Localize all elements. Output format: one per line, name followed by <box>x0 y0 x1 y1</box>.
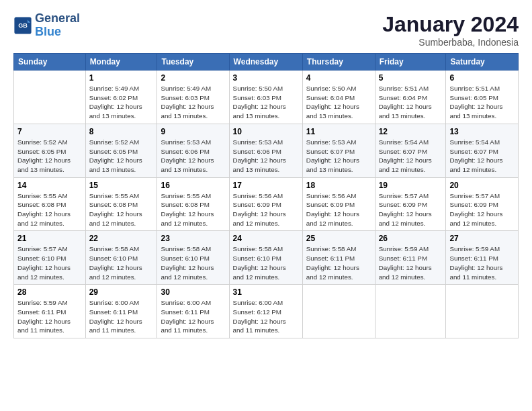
day-number: 18 <box>306 181 371 190</box>
header: GB General Blue January 2024 Sumberbaba,… <box>13 12 519 48</box>
day-number: 10 <box>233 127 299 136</box>
day-number: 26 <box>379 234 443 243</box>
calendar-cell <box>302 285 375 338</box>
month-title: January 2024 <box>382 12 519 37</box>
calendar-cell: 9Sunrise: 5:53 AM Sunset: 6:06 PM Daylig… <box>157 124 229 177</box>
day-number: 11 <box>306 127 371 136</box>
calendar-cell <box>446 285 519 338</box>
day-number: 3 <box>233 73 299 83</box>
svg-text:GB: GB <box>18 22 28 29</box>
day-header-friday: Friday <box>375 54 446 71</box>
calendar-cell: 24Sunrise: 5:58 AM Sunset: 6:10 PM Dayli… <box>229 231 302 285</box>
day-info: Sunrise: 5:55 AM Sunset: 6:08 PM Dayligh… <box>161 191 225 228</box>
day-number: 22 <box>89 234 154 243</box>
day-header-thursday: Thursday <box>302 54 375 71</box>
calendar-cell: 11Sunrise: 5:53 AM Sunset: 6:07 PM Dayli… <box>302 124 375 177</box>
day-info: Sunrise: 6:00 AM Sunset: 6:11 PM Dayligh… <box>161 298 225 335</box>
calendar-week-3: 14Sunrise: 5:55 AM Sunset: 6:08 PM Dayli… <box>14 177 519 231</box>
day-info: Sunrise: 5:57 AM Sunset: 6:09 PM Dayligh… <box>379 191 443 228</box>
calendar-cell: 7Sunrise: 5:52 AM Sunset: 6:05 PM Daylig… <box>14 124 86 177</box>
day-info: Sunrise: 5:58 AM Sunset: 6:11 PM Dayligh… <box>306 244 371 281</box>
day-number: 4 <box>306 73 371 83</box>
day-number: 20 <box>449 181 515 190</box>
day-header-monday: Monday <box>85 54 157 71</box>
calendar-cell: 26Sunrise: 5:59 AM Sunset: 6:11 PM Dayli… <box>375 231 446 285</box>
day-number: 6 <box>449 73 515 83</box>
day-number: 23 <box>161 234 225 243</box>
calendar-week-2: 7Sunrise: 5:52 AM Sunset: 6:05 PM Daylig… <box>14 124 519 177</box>
calendar-cell: 2Sunrise: 5:49 AM Sunset: 6:03 PM Daylig… <box>157 71 229 124</box>
calendar-week-4: 21Sunrise: 5:57 AM Sunset: 6:10 PM Dayli… <box>14 231 519 285</box>
logo: GB General Blue <box>13 12 80 39</box>
title-area: January 2024 Sumberbaba, Indonesia <box>382 12 519 48</box>
day-info: Sunrise: 6:00 AM Sunset: 6:11 PM Dayligh… <box>89 298 154 335</box>
day-number: 13 <box>449 127 515 136</box>
day-number: 2 <box>161 73 225 83</box>
logo-line1: General <box>35 12 80 26</box>
day-number: 5 <box>379 73 443 83</box>
logo-text: General Blue <box>35 12 80 39</box>
day-number: 16 <box>161 181 225 190</box>
day-info: Sunrise: 5:49 AM Sunset: 6:03 PM Dayligh… <box>161 84 225 121</box>
calendar-cell: 1Sunrise: 5:49 AM Sunset: 6:02 PM Daylig… <box>85 71 157 124</box>
day-info: Sunrise: 5:55 AM Sunset: 6:08 PM Dayligh… <box>89 191 154 228</box>
calendar-cell: 13Sunrise: 5:54 AM Sunset: 6:07 PM Dayli… <box>446 124 519 177</box>
day-number: 17 <box>233 181 299 190</box>
day-info: Sunrise: 5:51 AM Sunset: 6:05 PM Dayligh… <box>449 84 515 121</box>
calendar-table: SundayMondayTuesdayWednesdayThursdayFrid… <box>13 53 519 338</box>
day-number: 15 <box>89 181 154 190</box>
calendar-cell: 18Sunrise: 5:56 AM Sunset: 6:09 PM Dayli… <box>302 177 375 231</box>
logo-line2: Blue <box>35 26 80 39</box>
calendar-cell: 8Sunrise: 5:52 AM Sunset: 6:05 PM Daylig… <box>85 124 157 177</box>
calendar-cell <box>375 285 446 338</box>
day-number: 27 <box>449 234 515 243</box>
day-number: 31 <box>233 287 299 297</box>
calendar-cell: 10Sunrise: 5:53 AM Sunset: 6:06 PM Dayli… <box>229 124 302 177</box>
logo-icon: GB <box>13 16 32 35</box>
day-header-saturday: Saturday <box>446 54 519 71</box>
calendar-cell: 28Sunrise: 5:59 AM Sunset: 6:11 PM Dayli… <box>14 285 86 338</box>
day-number: 9 <box>161 127 225 136</box>
day-number: 28 <box>17 287 82 297</box>
calendar-cell: 3Sunrise: 5:50 AM Sunset: 6:03 PM Daylig… <box>229 71 302 124</box>
day-number: 30 <box>161 287 225 297</box>
day-info: Sunrise: 5:54 AM Sunset: 6:07 PM Dayligh… <box>379 138 443 175</box>
day-info: Sunrise: 5:59 AM Sunset: 6:11 PM Dayligh… <box>449 244 515 281</box>
day-info: Sunrise: 5:52 AM Sunset: 6:05 PM Dayligh… <box>17 138 82 175</box>
day-info: Sunrise: 5:50 AM Sunset: 6:04 PM Dayligh… <box>306 84 371 121</box>
calendar-cell: 12Sunrise: 5:54 AM Sunset: 6:07 PM Dayli… <box>375 124 446 177</box>
day-info: Sunrise: 5:52 AM Sunset: 6:05 PM Dayligh… <box>89 138 154 175</box>
day-info: Sunrise: 5:58 AM Sunset: 6:10 PM Dayligh… <box>161 244 225 281</box>
day-info: Sunrise: 5:59 AM Sunset: 6:11 PM Dayligh… <box>379 244 443 281</box>
calendar-cell: 19Sunrise: 5:57 AM Sunset: 6:09 PM Dayli… <box>375 177 446 231</box>
day-info: Sunrise: 5:57 AM Sunset: 6:09 PM Dayligh… <box>449 191 515 228</box>
location-subtitle: Sumberbaba, Indonesia <box>382 37 519 48</box>
calendar-cell: 22Sunrise: 5:58 AM Sunset: 6:10 PM Dayli… <box>85 231 157 285</box>
day-info: Sunrise: 5:50 AM Sunset: 6:03 PM Dayligh… <box>233 84 299 121</box>
calendar-cell: 6Sunrise: 5:51 AM Sunset: 6:05 PM Daylig… <box>446 71 519 124</box>
day-number: 1 <box>89 73 154 83</box>
calendar-cell: 29Sunrise: 6:00 AM Sunset: 6:11 PM Dayli… <box>85 285 157 338</box>
day-info: Sunrise: 5:51 AM Sunset: 6:04 PM Dayligh… <box>379 84 443 121</box>
day-number: 21 <box>17 234 82 243</box>
day-info: Sunrise: 5:55 AM Sunset: 6:08 PM Dayligh… <box>17 191 82 228</box>
day-info: Sunrise: 5:53 AM Sunset: 6:06 PM Dayligh… <box>161 138 225 175</box>
day-number: 29 <box>89 287 154 297</box>
day-header-tuesday: Tuesday <box>157 54 229 71</box>
calendar-cell: 27Sunrise: 5:59 AM Sunset: 6:11 PM Dayli… <box>446 231 519 285</box>
calendar-cell: 4Sunrise: 5:50 AM Sunset: 6:04 PM Daylig… <box>302 71 375 124</box>
day-number: 8 <box>89 127 154 136</box>
calendar-cell: 30Sunrise: 6:00 AM Sunset: 6:11 PM Dayli… <box>157 285 229 338</box>
day-number: 19 <box>379 181 443 190</box>
day-info: Sunrise: 5:59 AM Sunset: 6:11 PM Dayligh… <box>17 298 82 335</box>
calendar-cell: 21Sunrise: 5:57 AM Sunset: 6:10 PM Dayli… <box>14 231 86 285</box>
calendar-cell: 23Sunrise: 5:58 AM Sunset: 6:10 PM Dayli… <box>157 231 229 285</box>
day-info: Sunrise: 5:49 AM Sunset: 6:02 PM Dayligh… <box>89 84 154 121</box>
day-number: 7 <box>17 127 82 136</box>
day-info: Sunrise: 5:56 AM Sunset: 6:09 PM Dayligh… <box>306 191 371 228</box>
day-number: 24 <box>233 234 299 243</box>
day-header-wednesday: Wednesday <box>229 54 302 71</box>
calendar-cell: 31Sunrise: 6:00 AM Sunset: 6:12 PM Dayli… <box>229 285 302 338</box>
calendar-cell: 17Sunrise: 5:56 AM Sunset: 6:09 PM Dayli… <box>229 177 302 231</box>
calendar-week-1: 1Sunrise: 5:49 AM Sunset: 6:02 PM Daylig… <box>14 71 519 124</box>
